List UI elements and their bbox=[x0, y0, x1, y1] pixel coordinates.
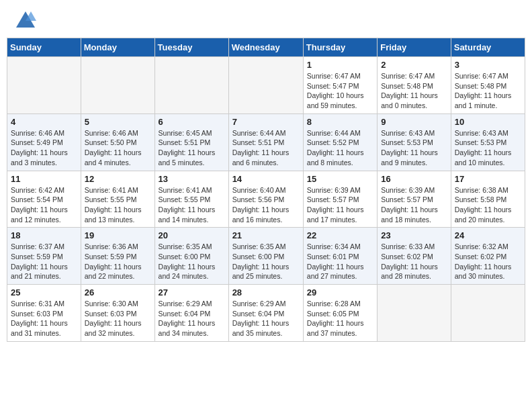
calendar-cell: 21Sunrise: 6:35 AM Sunset: 6:00 PM Dayli… bbox=[228, 228, 303, 285]
calendar-cell: 9Sunrise: 6:43 AM Sunset: 5:53 PM Daylig… bbox=[378, 113, 451, 171]
day-number: 25 bbox=[11, 287, 77, 298]
calendar-cell: 20Sunrise: 6:35 AM Sunset: 6:00 PM Dayli… bbox=[154, 228, 228, 285]
day-number: 23 bbox=[381, 230, 447, 240]
calendar-cell: 29Sunrise: 6:28 AM Sunset: 6:05 PM Dayli… bbox=[303, 285, 377, 342]
day-number: 29 bbox=[307, 287, 373, 298]
day-number: 5 bbox=[85, 117, 151, 127]
day-info: Sunrise: 6:43 AM Sunset: 5:53 PM Dayligh… bbox=[381, 128, 447, 168]
calendar-cell: 14Sunrise: 6:40 AM Sunset: 5:56 PM Dayli… bbox=[228, 171, 303, 228]
col-header-wednesday: Wednesday bbox=[228, 38, 303, 57]
day-number: 8 bbox=[307, 117, 373, 127]
calendar-cell: 26Sunrise: 6:30 AM Sunset: 6:03 PM Dayli… bbox=[81, 285, 154, 342]
day-info: Sunrise: 6:36 AM Sunset: 5:59 PM Dayligh… bbox=[85, 242, 151, 281]
day-info: Sunrise: 6:39 AM Sunset: 5:57 PM Dayligh… bbox=[307, 185, 373, 225]
day-number: 20 bbox=[159, 230, 225, 240]
calendar-cell: 10Sunrise: 6:43 AM Sunset: 5:53 PM Dayli… bbox=[451, 113, 525, 171]
day-info: Sunrise: 6:43 AM Sunset: 5:53 PM Dayligh… bbox=[455, 128, 521, 168]
day-number: 27 bbox=[159, 287, 225, 298]
calendar-cell: 8Sunrise: 6:44 AM Sunset: 5:52 PM Daylig… bbox=[303, 113, 377, 171]
day-info: Sunrise: 6:44 AM Sunset: 5:52 PM Dayligh… bbox=[307, 128, 373, 168]
day-info: Sunrise: 6:44 AM Sunset: 5:51 PM Dayligh… bbox=[232, 128, 300, 168]
logo-icon bbox=[15, 10, 36, 29]
calendar-header-row: SundayMondayTuesdayWednesdayThursdayFrid… bbox=[7, 38, 525, 57]
calendar-week-row: 18Sunrise: 6:37 AM Sunset: 5:59 PM Dayli… bbox=[7, 228, 525, 285]
day-number: 7 bbox=[232, 117, 300, 127]
calendar-cell: 5Sunrise: 6:46 AM Sunset: 5:50 PM Daylig… bbox=[81, 113, 154, 171]
calendar-cell bbox=[154, 57, 228, 114]
day-number: 19 bbox=[85, 230, 151, 240]
day-info: Sunrise: 6:46 AM Sunset: 5:50 PM Dayligh… bbox=[85, 128, 151, 168]
day-info: Sunrise: 6:37 AM Sunset: 5:59 PM Dayligh… bbox=[11, 242, 77, 281]
day-info: Sunrise: 6:30 AM Sunset: 6:03 PM Dayligh… bbox=[85, 299, 151, 338]
day-number: 13 bbox=[159, 174, 225, 184]
day-info: Sunrise: 6:47 AM Sunset: 5:47 PM Dayligh… bbox=[307, 71, 373, 111]
calendar-cell: 4Sunrise: 6:46 AM Sunset: 5:49 PM Daylig… bbox=[7, 113, 81, 171]
calendar-cell: 18Sunrise: 6:37 AM Sunset: 5:59 PM Dayli… bbox=[7, 228, 81, 285]
day-info: Sunrise: 6:38 AM Sunset: 5:58 PM Dayligh… bbox=[455, 185, 521, 225]
calendar-cell: 19Sunrise: 6:36 AM Sunset: 5:59 PM Dayli… bbox=[81, 228, 154, 285]
calendar-cell bbox=[451, 285, 525, 342]
day-info: Sunrise: 6:29 AM Sunset: 6:04 PM Dayligh… bbox=[232, 299, 300, 338]
day-info: Sunrise: 6:35 AM Sunset: 6:00 PM Dayligh… bbox=[232, 242, 300, 281]
col-header-thursday: Thursday bbox=[303, 38, 377, 57]
day-number: 3 bbox=[455, 60, 521, 70]
calendar-cell bbox=[228, 57, 303, 114]
day-number: 6 bbox=[159, 117, 225, 127]
calendar-cell: 15Sunrise: 6:39 AM Sunset: 5:57 PM Dayli… bbox=[303, 171, 377, 228]
day-number: 22 bbox=[307, 230, 373, 240]
calendar-cell: 1Sunrise: 6:47 AM Sunset: 5:47 PM Daylig… bbox=[303, 57, 377, 114]
day-number: 11 bbox=[11, 174, 77, 184]
day-info: Sunrise: 6:29 AM Sunset: 6:04 PM Dayligh… bbox=[159, 299, 225, 338]
calendar-cell: 7Sunrise: 6:44 AM Sunset: 5:51 PM Daylig… bbox=[228, 113, 303, 171]
day-number: 16 bbox=[381, 174, 447, 184]
day-info: Sunrise: 6:34 AM Sunset: 6:01 PM Dayligh… bbox=[307, 242, 373, 281]
calendar-week-row: 4Sunrise: 6:46 AM Sunset: 5:49 PM Daylig… bbox=[7, 113, 525, 171]
day-info: Sunrise: 6:45 AM Sunset: 5:51 PM Dayligh… bbox=[159, 128, 225, 168]
day-number: 24 bbox=[455, 230, 521, 240]
day-info: Sunrise: 6:35 AM Sunset: 6:00 PM Dayligh… bbox=[159, 242, 225, 281]
day-number: 17 bbox=[455, 174, 521, 184]
col-header-tuesday: Tuesday bbox=[154, 38, 228, 57]
calendar-cell: 25Sunrise: 6:31 AM Sunset: 6:03 PM Dayli… bbox=[7, 285, 81, 342]
day-info: Sunrise: 6:41 AM Sunset: 5:55 PM Dayligh… bbox=[159, 185, 225, 225]
day-number: 18 bbox=[11, 230, 77, 240]
day-info: Sunrise: 6:47 AM Sunset: 5:48 PM Dayligh… bbox=[455, 71, 521, 111]
col-header-friday: Friday bbox=[378, 38, 451, 57]
calendar-cell: 13Sunrise: 6:41 AM Sunset: 5:55 PM Dayli… bbox=[154, 171, 228, 228]
calendar-cell bbox=[7, 57, 81, 114]
day-info: Sunrise: 6:47 AM Sunset: 5:48 PM Dayligh… bbox=[381, 71, 447, 111]
calendar-cell: 24Sunrise: 6:32 AM Sunset: 6:02 PM Dayli… bbox=[451, 228, 525, 285]
day-number: 15 bbox=[307, 174, 373, 184]
day-info: Sunrise: 6:32 AM Sunset: 6:02 PM Dayligh… bbox=[455, 242, 521, 281]
calendar-week-row: 25Sunrise: 6:31 AM Sunset: 6:03 PM Dayli… bbox=[7, 285, 525, 342]
day-number: 9 bbox=[381, 117, 447, 127]
day-number: 26 bbox=[85, 287, 151, 298]
day-info: Sunrise: 6:46 AM Sunset: 5:49 PM Dayligh… bbox=[11, 128, 77, 168]
calendar-cell: 28Sunrise: 6:29 AM Sunset: 6:04 PM Dayli… bbox=[228, 285, 303, 342]
calendar-cell: 3Sunrise: 6:47 AM Sunset: 5:48 PM Daylig… bbox=[451, 57, 525, 114]
day-info: Sunrise: 6:39 AM Sunset: 5:57 PM Dayligh… bbox=[381, 185, 447, 225]
col-header-saturday: Saturday bbox=[451, 38, 525, 57]
calendar-cell: 2Sunrise: 6:47 AM Sunset: 5:48 PM Daylig… bbox=[378, 57, 451, 114]
day-info: Sunrise: 6:28 AM Sunset: 6:05 PM Dayligh… bbox=[307, 299, 373, 338]
day-info: Sunrise: 6:41 AM Sunset: 5:55 PM Dayligh… bbox=[85, 185, 151, 225]
calendar-cell: 12Sunrise: 6:41 AM Sunset: 5:55 PM Dayli… bbox=[81, 171, 154, 228]
day-number: 12 bbox=[85, 174, 151, 184]
calendar-cell bbox=[378, 285, 451, 342]
day-number: 21 bbox=[232, 230, 300, 240]
calendar-cell: 27Sunrise: 6:29 AM Sunset: 6:04 PM Dayli… bbox=[154, 285, 228, 342]
day-number: 14 bbox=[232, 174, 300, 184]
day-number: 28 bbox=[232, 287, 300, 298]
day-number: 10 bbox=[455, 117, 521, 127]
calendar-cell: 11Sunrise: 6:42 AM Sunset: 5:54 PM Dayli… bbox=[7, 171, 81, 228]
calendar-cell: 22Sunrise: 6:34 AM Sunset: 6:01 PM Dayli… bbox=[303, 228, 377, 285]
col-header-sunday: Sunday bbox=[7, 38, 81, 57]
logo bbox=[12, 10, 36, 29]
calendar-cell bbox=[81, 57, 154, 114]
day-number: 4 bbox=[11, 117, 77, 127]
calendar-table: SundayMondayTuesdayWednesdayThursdayFrid… bbox=[7, 38, 525, 342]
col-header-monday: Monday bbox=[81, 38, 154, 57]
calendar-cell: 17Sunrise: 6:38 AM Sunset: 5:58 PM Dayli… bbox=[451, 171, 525, 228]
day-info: Sunrise: 6:33 AM Sunset: 6:02 PM Dayligh… bbox=[381, 242, 447, 281]
calendar-week-row: 1Sunrise: 6:47 AM Sunset: 5:47 PM Daylig… bbox=[7, 57, 525, 114]
